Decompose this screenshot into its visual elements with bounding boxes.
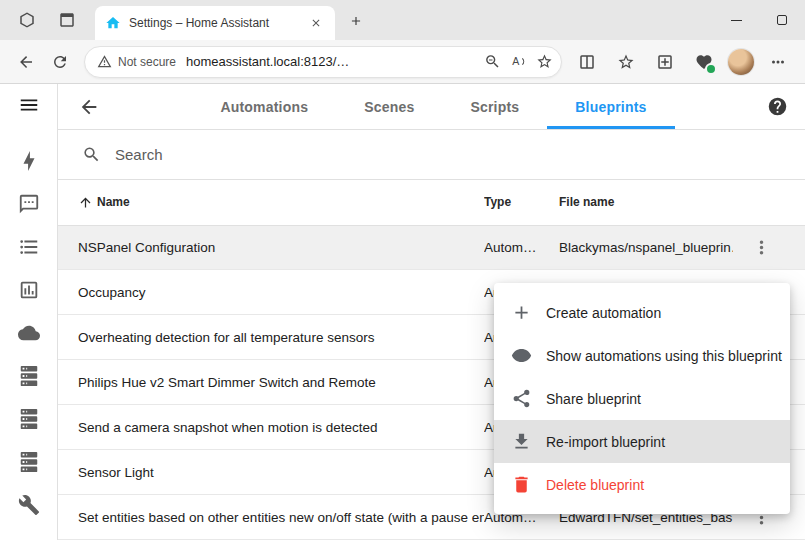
back-button[interactable] [10,46,42,78]
window-controls [713,0,805,40]
blueprint-name: Philips Hue v2 Smart Dimmer Switch and R… [78,375,484,390]
menu-item-show-automations[interactable]: Show automations using this blueprint [494,334,790,377]
collections-icon[interactable] [650,46,680,78]
blueprint-context-menu: Create automation Show automations using… [494,283,790,514]
ha-back-button[interactable] [66,84,112,130]
security-indicator[interactable]: Not secure [97,54,176,69]
trash-icon [510,474,532,496]
menu-item-reimport-blueprint[interactable]: Re-import blueprint [494,420,790,463]
read-aloud-icon[interactable]: A [505,49,531,75]
browser-titlebar: Settings – Home Assistant [0,0,805,40]
tab-actions-icon[interactable] [54,7,80,33]
tab-scenes[interactable]: Scenes [336,84,442,129]
energy-icon[interactable] [0,139,58,182]
refresh-button[interactable] [44,46,76,78]
table-header: Name Type File name [58,180,805,226]
eye-icon [510,345,532,367]
column-header-type[interactable]: Type [484,195,559,209]
not-secure-warning-icon [97,54,112,69]
blueprint-name: NSPanel Configuration [78,240,484,255]
blueprint-name: Send a camera snapshot when motion is de… [78,420,484,435]
dashboard-stack-icon-c[interactable] [0,440,58,483]
sidebar-menu-toggle[interactable] [0,84,58,126]
sort-ascending-icon [78,195,93,210]
menu-item-label: Re-import blueprint [546,434,665,450]
tab-close-icon[interactable] [307,14,325,32]
logbook-icon[interactable] [0,225,58,268]
dashboard-stack-icon-b[interactable] [0,397,58,440]
row-overflow-menu-icon[interactable] [733,237,789,258]
table-row[interactable]: NSPanel Configuration Autom… Blackymas/n… [58,226,805,271]
blueprint-name: Sensor Light [78,465,484,480]
address-bar[interactable]: Not secure homeassistant.local:8123/… A [84,46,562,78]
menu-item-label: Create automation [546,305,661,321]
column-header-name[interactable]: Name [78,195,484,210]
settings-tabs: Automations Scenes Scripts Blueprints [112,84,755,129]
search-bar [58,130,805,180]
blueprint-type: Autom… [484,240,559,255]
cloud-icon[interactable] [0,311,58,354]
zoom-out-icon[interactable] [479,49,505,75]
workspaces-icon[interactable] [14,7,40,33]
help-icon[interactable] [755,84,799,130]
menu-item-share-blueprint[interactable]: Share blueprint [494,377,790,420]
search-icon [82,145,101,164]
security-label: Not secure [118,55,176,69]
browser-menu-icon[interactable] [763,46,793,78]
assist-icon[interactable] [0,182,58,225]
history-chart-icon[interactable] [0,268,58,311]
menu-item-delete-blueprint[interactable]: Delete blueprint [494,463,790,506]
search-input[interactable] [115,146,781,163]
tab-automations[interactable]: Automations [192,84,336,129]
blueprint-name: Occupancy [78,285,484,300]
tab-title: Settings – Home Assistant [129,16,299,30]
share-icon [510,388,532,410]
window-maximize-button[interactable] [759,0,805,40]
blueprint-name: Overheating detection for all temperatur… [78,330,484,345]
browser-essentials-icon[interactable] [689,46,719,78]
svg-text:A: A [512,55,520,67]
new-tab-button[interactable] [343,8,369,34]
menu-item-create-automation[interactable]: Create automation [494,291,790,334]
navbar-right-group [572,46,793,78]
menu-item-label: Show automations using this blueprint [546,348,782,364]
dashboard-stack-icon-a[interactable] [0,354,58,397]
add-favorite-star-icon[interactable] [531,49,557,75]
column-header-file[interactable]: File name [559,195,733,209]
profile-avatar[interactable] [728,49,754,75]
menu-item-label: Delete blueprint [546,477,644,493]
developer-tools-icon[interactable] [0,483,58,526]
menu-item-label: Share blueprint [546,391,641,407]
blueprint-file: Blackymas/nspanel_blueprin… [559,240,733,255]
url-text: homeassistant.local:8123/… [186,54,479,69]
home-assistant-favicon [105,15,121,31]
tab-blueprints[interactable]: Blueprints [547,84,674,129]
window-minimize-button[interactable] [713,0,759,40]
tab-scripts[interactable]: Scripts [442,84,547,129]
ha-toolbar: Automations Scenes Scripts Blueprints [58,84,805,130]
favorites-icon[interactable] [611,46,641,78]
import-download-icon [510,431,532,453]
split-screen-icon[interactable] [572,46,602,78]
browser-tab[interactable]: Settings – Home Assistant [95,6,335,40]
browser-navbar: Not secure homeassistant.local:8123/… A [0,40,805,84]
blueprint-name: Set entities based on other entities new… [78,510,484,525]
ha-sidebar [0,84,58,540]
plus-icon [510,302,532,324]
